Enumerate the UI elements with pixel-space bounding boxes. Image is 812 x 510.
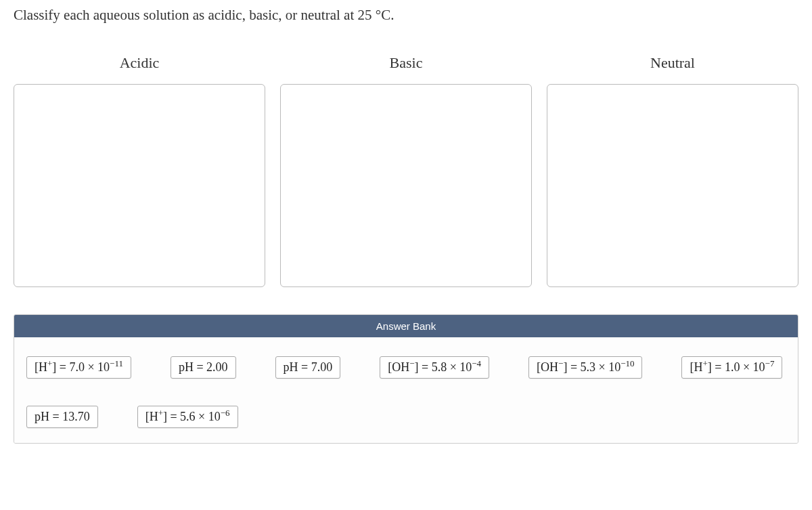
answer-item[interactable]: pH = 7.00 — [275, 356, 341, 379]
category-label-basic: Basic — [390, 54, 423, 72]
category-label-neutral: Neutral — [650, 54, 695, 72]
categories-row: Acidic Basic Neutral — [14, 54, 798, 287]
answer-item[interactable]: [H+] = 7.0 × 10−11 — [26, 356, 131, 379]
category-label-acidic: Acidic — [120, 54, 160, 72]
answer-item[interactable]: [H+] = 1.0 × 10−7 — [681, 356, 782, 379]
category-basic: Basic — [280, 54, 532, 287]
drop-zone-acidic[interactable] — [14, 84, 265, 287]
category-neutral: Neutral — [547, 54, 798, 287]
drop-zone-neutral[interactable] — [547, 84, 798, 287]
answer-item[interactable]: [OH−] = 5.8 × 10−4 — [380, 356, 489, 379]
answer-item[interactable]: pH = 13.70 — [26, 406, 98, 428]
answer-item[interactable]: [H+] = 5.6 × 10−6 — [137, 406, 238, 428]
question-text: Classify each aqueous solution as acidic… — [14, 7, 798, 24]
answer-bank-body: [H+] = 7.0 × 10−11pH = 2.00pH = 7.00[OH−… — [14, 337, 798, 443]
answer-bank-header: Answer Bank — [14, 315, 798, 337]
category-acidic: Acidic — [14, 54, 265, 287]
drop-zone-basic[interactable] — [280, 84, 532, 287]
answer-bank: Answer Bank [H+] = 7.0 × 10−11pH = 2.00p… — [14, 314, 798, 444]
answer-item[interactable]: pH = 2.00 — [171, 356, 236, 379]
answer-item[interactable]: [OH−] = 5.3 × 10−10 — [528, 356, 642, 379]
